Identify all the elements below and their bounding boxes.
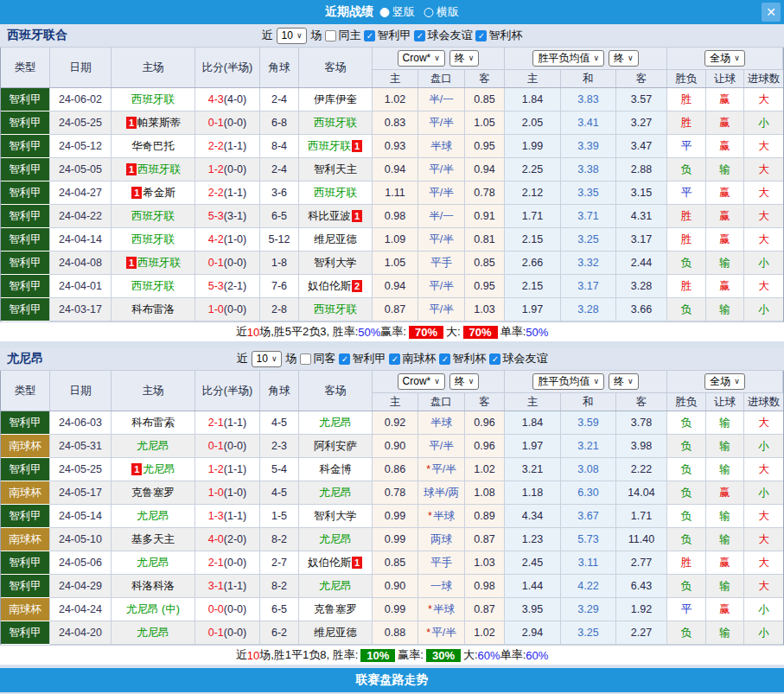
close-button[interactable]: ✕	[762, 3, 781, 22]
league-checkbox-2[interactable]: ✓智利杯	[439, 351, 486, 366]
odds-home: 0.83	[373, 111, 418, 135]
sub-col-header: 主	[373, 393, 418, 411]
corners: 1-8	[260, 251, 299, 275]
halftime-score: (0-0)	[224, 603, 246, 615]
match-type: 智利甲	[1, 181, 50, 205]
score-cell: 2-1(0-0)	[195, 551, 260, 575]
avg-away: 3.28	[616, 275, 667, 298]
result-goals: 小	[744, 298, 783, 322]
league-checkbox-1[interactable]: ✓南球杯	[389, 351, 436, 366]
recent-count-select[interactable]: 10∨	[277, 28, 308, 44]
avg-type-select[interactable]: 胜平负均值∨	[532, 373, 604, 390]
result-goals: 大	[744, 458, 783, 481]
avg-home: 4.34	[505, 505, 561, 528]
result-goals: 大	[744, 158, 783, 181]
team-label: 尤尼昂	[137, 439, 169, 454]
home-team: 1帕莱斯蒂	[112, 111, 195, 135]
avg-home: 2.15	[505, 228, 561, 251]
fulltime-score: 4-0	[208, 533, 224, 545]
avg-final-select[interactable]: 终∨	[609, 50, 639, 67]
scope-select[interactable]: 全场∨	[704, 50, 745, 67]
scope-select[interactable]: 全场∨	[704, 373, 745, 390]
result-goals: 小	[744, 435, 783, 458]
result-handicap: 输	[706, 575, 744, 598]
chevron-down-icon: ∨	[296, 29, 303, 42]
result-goals: 大	[744, 135, 783, 158]
league-checkbox-3[interactable]: ✓球会友谊	[489, 351, 547, 366]
result-goals: 小	[744, 621, 783, 645]
corners: 5-4	[260, 458, 299, 481]
team-label: 阿利安萨	[314, 439, 357, 454]
halftime-score: (1-1)	[224, 417, 246, 429]
team-label: 尤尼昂	[137, 509, 169, 524]
league-checkbox-2[interactable]: ✓智利杯	[475, 28, 522, 43]
league-checkbox-0[interactable]: ✓智利甲	[364, 28, 411, 43]
handicap: *半球	[418, 598, 465, 621]
avg-type-select[interactable]: 胜平负均值∨	[532, 50, 604, 67]
team-label: 科布雷洛	[131, 302, 175, 317]
handicap-label: 两球	[430, 532, 452, 547]
score-cell: 5-3(2-1)	[195, 275, 260, 298]
result-outcome: 负	[667, 458, 706, 481]
odds-source-select[interactable]: Crow*∨	[398, 50, 445, 67]
summary-row-0: 近10场,胜5平2负3, 胜率:50% 赢率: 70% 大: 70% 单率:50…	[0, 322, 784, 341]
handicap-label: 平/半	[429, 279, 453, 294]
result-outcome: 负	[667, 528, 706, 551]
team-label: 西班牙联	[314, 116, 357, 131]
summary-segment: 10%	[360, 649, 395, 662]
halftime-score: (0-0)	[224, 557, 246, 569]
score-cell: 3-1(1-1)	[195, 575, 260, 598]
same-venue-checkbox[interactable]: 同主	[325, 28, 360, 43]
star-marker: *	[426, 463, 430, 475]
fulltime-score: 2-1	[208, 557, 224, 569]
near-label: 近	[237, 351, 248, 366]
home-team: 1希金斯	[112, 181, 195, 205]
checkbox-unchecked-icon	[325, 30, 336, 41]
results-table-1: 类型日期主场比分(半场)角球客场Crow*∨终∨胜平负均值∨终∨全场∨主盘口客主…	[0, 371, 784, 645]
table-row: 智利甲24-03-17科布雷洛1-0(0-0)2-8西班牙联0.87平/半1.0…	[1, 298, 783, 322]
league-checkbox-0[interactable]: ✓智利甲	[339, 351, 386, 366]
team-label: 基多天主	[131, 532, 175, 547]
avg-draw: 3.28	[561, 298, 616, 322]
avg-home: 1.99	[505, 135, 561, 158]
layout-radio-1[interactable]: 横版	[424, 4, 459, 20]
table-row: 智利甲24-05-051西班牙联1-2(0-0)2-4智利天主0.94平/半0.…	[1, 158, 783, 181]
team-label: 西班牙联	[314, 302, 357, 317]
team-label: 维尼亚德	[314, 232, 357, 247]
checkbox-unchecked-icon	[300, 353, 311, 365]
col-header: 类型	[1, 48, 50, 87]
sub-col-header: 客	[616, 70, 667, 87]
team-label: 西班牙联	[314, 186, 357, 201]
odds-source-select[interactable]: Crow*∨	[398, 373, 445, 390]
score-cell: 2-2(1-1)	[195, 135, 260, 158]
match-date: 24-03-17	[50, 298, 112, 322]
layout-radio-0[interactable]: 竖版	[379, 4, 415, 20]
avg-draw: 4.22	[561, 575, 616, 598]
table-row: 智利甲24-05-12华奇巴托2-2(1-1)8-4西班牙联10.93半球0.9…	[1, 135, 783, 158]
fulltime-score: 4-3	[208, 93, 224, 105]
recent-count-select[interactable]: 10∨	[252, 351, 283, 367]
result-handicap: 赢	[706, 275, 744, 298]
score-cell: 2-1(1-1)	[195, 411, 260, 435]
odds-home: 0.85	[373, 551, 418, 575]
result-outcome: 胜	[667, 275, 706, 298]
avg-home: 2.45	[505, 551, 561, 575]
avg-away: 2.22	[616, 458, 667, 481]
avg-draw: 3.71	[561, 205, 616, 228]
footer-bar[interactable]: 联赛盘路走势	[0, 668, 784, 692]
team-label: 智利大学	[314, 509, 357, 524]
same-venue-checkbox[interactable]: 同客	[300, 351, 335, 366]
fulltime-score: 0-1	[208, 117, 224, 129]
handicap-label: 平/半	[429, 302, 453, 317]
home-team: 尤尼昂	[112, 505, 195, 528]
corners: 2-8	[260, 298, 299, 322]
avg-draw: 3.17	[561, 275, 616, 298]
league-checkbox-1[interactable]: ✓球会友谊	[414, 28, 472, 43]
avg-home: 1.97	[505, 298, 561, 322]
avg-final-select[interactable]: 终∨	[609, 373, 639, 390]
result-goals: 大	[744, 228, 783, 251]
chevron-down-icon: ∨	[434, 52, 440, 65]
odds-final-select[interactable]: 终∨	[449, 50, 480, 67]
odds-final-select[interactable]: 终∨	[449, 373, 480, 390]
sub-col-header: 盘口	[418, 393, 465, 411]
